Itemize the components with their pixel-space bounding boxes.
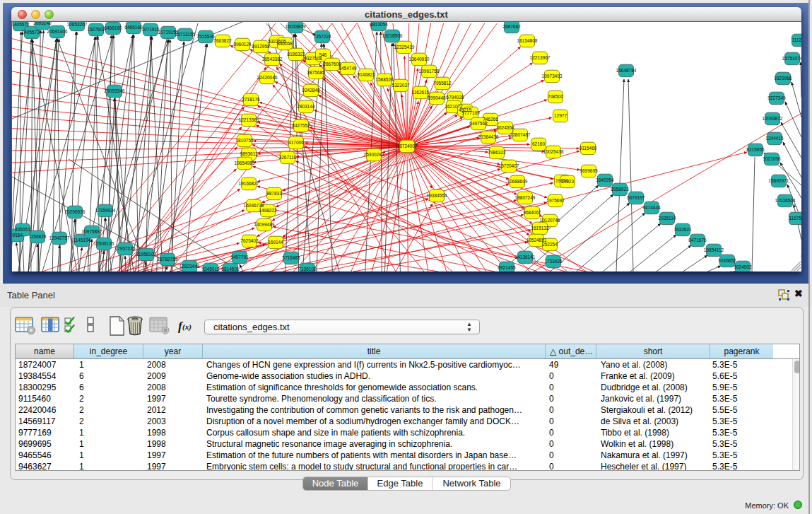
svg-text:12213967: 12213967 bbox=[530, 55, 551, 60]
svg-text:12942757: 12942757 bbox=[49, 235, 70, 240]
svg-text:17359924: 17359924 bbox=[95, 208, 116, 213]
svg-text:10961758: 10961758 bbox=[419, 69, 440, 74]
svg-text:748500: 748500 bbox=[548, 94, 563, 99]
svg-text:29053346: 29053346 bbox=[105, 88, 125, 93]
svg-text:16713155: 16713155 bbox=[175, 32, 196, 37]
svg-text:18724007: 18724007 bbox=[397, 144, 418, 148]
svg-text:6466160: 6466160 bbox=[124, 25, 143, 30]
svg-text:18807249: 18807249 bbox=[515, 195, 536, 200]
svg-text:1975692: 1975692 bbox=[546, 198, 565, 203]
svg-text:1405572: 1405572 bbox=[12, 22, 30, 27]
svg-text:7986322: 7986322 bbox=[488, 150, 506, 155]
svg-text:9329966: 9329966 bbox=[774, 76, 792, 81]
svg-text:3875685: 3875685 bbox=[307, 70, 325, 75]
svg-text:6497568: 6497568 bbox=[469, 121, 488, 126]
svg-text:10653267: 10653267 bbox=[67, 22, 88, 27]
svg-text:8990448: 8990448 bbox=[428, 95, 446, 100]
svg-text:417006: 417006 bbox=[288, 140, 304, 145]
svg-text:9227349: 9227349 bbox=[767, 95, 786, 100]
svg-text:19384554: 19384554 bbox=[427, 193, 447, 198]
svg-text:1527602: 1527602 bbox=[87, 27, 105, 32]
svg-text:1071915: 1071915 bbox=[141, 27, 160, 32]
svg-text:12823448: 12823448 bbox=[180, 264, 200, 269]
svg-text:8186323: 8186323 bbox=[287, 52, 305, 57]
svg-text:19654985: 19654985 bbox=[235, 160, 255, 165]
svg-text:1640954: 1640954 bbox=[596, 177, 614, 182]
svg-text:21364436: 21364436 bbox=[478, 134, 499, 139]
svg-text:1498222: 1498222 bbox=[259, 208, 277, 213]
svg-text:16033809: 16033809 bbox=[286, 24, 306, 29]
svg-text:2935114: 2935114 bbox=[659, 216, 676, 221]
svg-text:16046738: 16046738 bbox=[244, 203, 264, 208]
svg-text:19218506: 19218506 bbox=[382, 33, 403, 38]
svg-text:111245: 111245 bbox=[792, 37, 801, 42]
svg-text:7515546: 7515546 bbox=[196, 34, 215, 39]
svg-text:16543382: 16543382 bbox=[262, 57, 283, 62]
svg-text:435051: 435051 bbox=[15, 227, 30, 232]
svg-text:14099489: 14099489 bbox=[254, 222, 275, 227]
svg-text:1021006: 1021006 bbox=[763, 156, 781, 161]
svg-text:14923: 14923 bbox=[561, 179, 574, 184]
svg-text:2687682: 2687682 bbox=[502, 24, 521, 29]
svg-text:25300283: 25300283 bbox=[364, 152, 384, 157]
svg-text:10973493: 10973493 bbox=[542, 74, 563, 78]
svg-text:9474444: 9474444 bbox=[642, 205, 661, 210]
svg-text:62160: 62160 bbox=[532, 141, 545, 146]
svg-text:169144: 169144 bbox=[268, 240, 283, 245]
svg-text:116753: 116753 bbox=[789, 216, 801, 221]
svg-text:20691406: 20691406 bbox=[47, 29, 68, 34]
svg-text:2093140: 2093140 bbox=[33, 22, 52, 25]
svg-text:1162615: 1162615 bbox=[412, 90, 430, 95]
svg-text:9777169: 9777169 bbox=[461, 110, 480, 115]
svg-text:1810755: 1810755 bbox=[235, 138, 254, 143]
svg-text:9024502: 9024502 bbox=[734, 264, 752, 269]
svg-text:10025438: 10025438 bbox=[543, 149, 564, 154]
svg-text:8958923: 8958923 bbox=[611, 187, 629, 192]
svg-text:6679197: 6679197 bbox=[627, 195, 645, 200]
svg-text:16648784: 16648784 bbox=[616, 68, 637, 73]
svg-text:8427552: 8427552 bbox=[292, 123, 310, 128]
svg-text:887833: 887833 bbox=[266, 191, 282, 196]
svg-text:39154: 39154 bbox=[12, 233, 23, 238]
svg-text:7663822: 7663822 bbox=[213, 38, 232, 43]
svg-text:16782759: 16782759 bbox=[158, 257, 178, 262]
svg-text:846058: 846058 bbox=[277, 41, 293, 46]
svg-text:9457791: 9457791 bbox=[230, 255, 249, 259]
svg-text:19166827: 19166827 bbox=[239, 181, 259, 186]
svg-text:1156829: 1156829 bbox=[29, 234, 47, 239]
svg-text:16154808: 16154808 bbox=[517, 38, 538, 43]
svg-text:9245652: 9245652 bbox=[718, 258, 736, 263]
svg-text:12093872: 12093872 bbox=[763, 116, 783, 121]
svg-text:8814501: 8814501 bbox=[221, 267, 240, 271]
svg-text:12325419: 12325419 bbox=[394, 45, 415, 49]
svg-text:22420046: 22420046 bbox=[257, 75, 278, 80]
svg-text:10120746: 10120746 bbox=[540, 218, 560, 223]
svg-text:7357224: 7357224 bbox=[313, 34, 331, 39]
svg-text:9893611: 9893611 bbox=[240, 151, 258, 156]
svg-text:1733426: 1733426 bbox=[544, 259, 563, 264]
svg-text:15720407: 15720407 bbox=[499, 163, 519, 168]
svg-text:12977: 12977 bbox=[554, 113, 567, 118]
svg-text:14055724: 14055724 bbox=[22, 30, 42, 35]
svg-text:13640910: 13640910 bbox=[409, 57, 430, 62]
svg-text:1244415: 1244415 bbox=[765, 136, 784, 141]
svg-text:6794028: 6794028 bbox=[446, 95, 464, 100]
svg-text:7632621: 7632621 bbox=[673, 227, 692, 232]
svg-text:17016504: 17016504 bbox=[775, 198, 796, 203]
svg-text:7136102: 7136102 bbox=[298, 267, 317, 271]
svg-text:17957225: 17957225 bbox=[115, 246, 136, 251]
svg-text:9146821: 9146821 bbox=[357, 72, 375, 77]
svg-text:1145194: 1145194 bbox=[73, 238, 91, 243]
svg-text:9242848: 9242848 bbox=[302, 88, 320, 93]
svg-text:9684067: 9684067 bbox=[523, 210, 541, 215]
svg-text:11958107: 11958107 bbox=[136, 252, 157, 257]
svg-text:2718176: 2718176 bbox=[242, 97, 260, 102]
svg-text:12213369: 12213369 bbox=[239, 117, 259, 122]
svg-text:7625402: 7625402 bbox=[240, 238, 259, 243]
svg-text:9245012: 9245012 bbox=[201, 267, 220, 271]
svg-text:252254: 252254 bbox=[542, 242, 558, 247]
svg-text:8215955: 8215955 bbox=[746, 147, 765, 152]
svg-text:8912958: 8912958 bbox=[252, 44, 270, 49]
svg-text:7955812: 7955812 bbox=[433, 81, 452, 86]
svg-text:1615132: 1615132 bbox=[531, 226, 549, 230]
